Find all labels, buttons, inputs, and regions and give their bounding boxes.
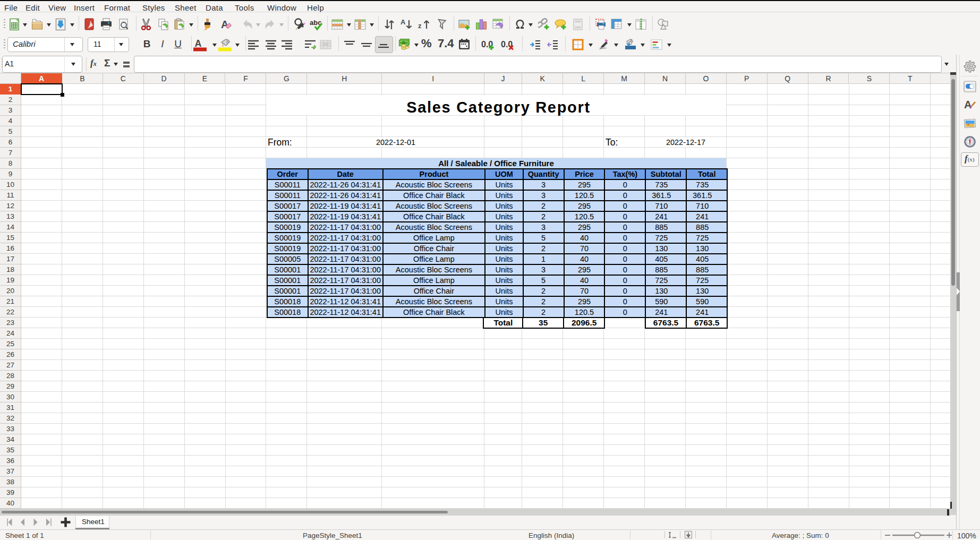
svg-text:A: A bbox=[400, 18, 406, 26]
svg-text:z: z bbox=[418, 22, 422, 30]
svg-text:A: A bbox=[964, 99, 972, 110]
svg-text:A: A bbox=[195, 38, 202, 49]
